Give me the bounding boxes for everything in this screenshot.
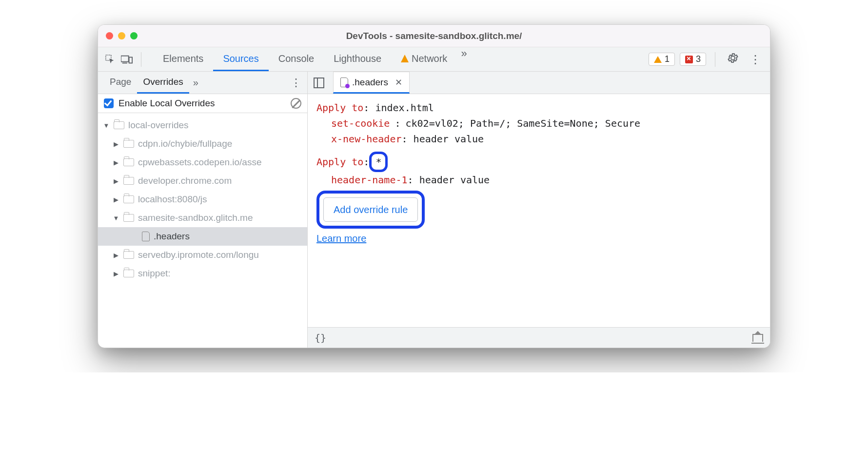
errors-badge[interactable]: 3 (680, 53, 706, 66)
tree-root-label: local-overrides (128, 120, 189, 131)
editor-footer: {} (308, 327, 770, 348)
tree-item[interactable]: ▶cpwebassets.codepen.io/asse (98, 153, 307, 172)
tree-item-label: servedby.ipromote.com/longu (138, 250, 259, 260)
folder-icon (123, 251, 134, 259)
inspect-icon[interactable] (104, 53, 117, 66)
caret-right-icon: ▶ (113, 270, 119, 277)
editor-pane: Apply to: index.html set-cookie : ck02=v… (308, 94, 770, 348)
caret-down-icon: ▼ (113, 214, 119, 222)
tab-console[interactable]: Console (269, 47, 324, 71)
caret-right-icon: ▶ (113, 177, 119, 185)
caret-right-icon: ▶ (113, 252, 119, 259)
header-name[interactable]: set-cookie (331, 116, 390, 131)
header-value[interactable]: header value (414, 131, 484, 147)
zoom-window-button[interactable] (130, 32, 138, 39)
show-drawer-icon[interactable] (752, 334, 763, 342)
error-count: 3 (696, 54, 701, 64)
folder-icon (123, 177, 134, 185)
footer-braces[interactable]: {} (315, 332, 326, 344)
navigator-tab-page[interactable]: Page (104, 72, 137, 94)
folder-icon (123, 140, 134, 148)
toggle-navigator-icon[interactable] (314, 78, 324, 88)
file-tab-label: .headers (352, 77, 388, 88)
tab-elements[interactable]: Elements (153, 47, 213, 71)
enable-overrides-label: Enable Local Overrides (118, 98, 215, 109)
tree-item[interactable]: ▶snippet: (98, 264, 307, 283)
tree-item-label: cdpn.io/chybie/fullpage (138, 138, 232, 149)
header-row: x-new-header: header value (316, 131, 761, 147)
tree-item-label: localhost:8080/js (138, 194, 207, 205)
enable-overrides-row[interactable]: Enable Local Overrides (98, 94, 307, 113)
window-title: DevTools - samesite-sandbox.glitch.me/ (98, 31, 770, 41)
header-name[interactable]: header-name-1 (331, 172, 408, 188)
folder-icon (123, 158, 134, 166)
content-area: Enable Local Overrides ▼ local-overrides… (98, 94, 770, 348)
folder-icon (123, 214, 134, 222)
apply-to-row: Apply to: index.html (316, 100, 761, 116)
apply-to-target[interactable]: * (375, 154, 381, 170)
caret-down-icon: ▼ (103, 122, 110, 129)
close-window-button[interactable] (106, 32, 113, 39)
highlight-add-button: Add override rule (316, 191, 425, 229)
apply-to-keyword: Apply to (316, 100, 363, 116)
editor-body[interactable]: Apply to: index.html set-cookie : ck02=v… (308, 94, 770, 327)
warnings-badge[interactable]: 1 (649, 53, 675, 66)
highlight-wildcard: * (369, 152, 388, 172)
settings-icon[interactable] (724, 52, 742, 67)
devtools-window: DevTools - samesite-sandbox.glitch.me/ E… (98, 24, 770, 348)
file-icon (142, 232, 150, 241)
tree-file-selected[interactable]: .headers (98, 227, 307, 246)
tree-item[interactable]: ▶localhost:8080/js (98, 190, 307, 209)
header-name[interactable]: x-new-header (331, 131, 402, 147)
tree-root[interactable]: ▼ local-overrides (98, 116, 307, 135)
tab-network[interactable]: Network (391, 47, 457, 71)
header-value[interactable]: header value (419, 172, 490, 188)
window-titlebar: DevTools - samesite-sandbox.glitch.me/ (98, 25, 770, 47)
warning-count: 1 (665, 54, 670, 64)
navigator-tab-overrides[interactable]: Overrides (137, 72, 189, 94)
folder-icon (123, 270, 134, 277)
tree-item[interactable]: ▶servedby.ipromote.com/longu (98, 246, 307, 264)
navigator-options-icon[interactable]: ⋮ (291, 77, 301, 89)
file-tree: ▼ local-overrides ▶cdpn.io/chybie/fullpa… (98, 113, 307, 348)
add-override-rule-button[interactable]: Add override rule (323, 197, 418, 222)
file-tab-headers[interactable]: .headers ✕ (333, 72, 410, 94)
tree-item[interactable]: ▼samesite-sandbox.glitch.me (98, 209, 307, 227)
tree-item[interactable]: ▶cdpn.io/chybie/fullpage (98, 135, 307, 153)
folder-icon (123, 195, 134, 203)
clear-overrides-icon[interactable] (291, 98, 301, 109)
learn-more-link[interactable]: Learn more (316, 233, 366, 244)
tree-item-label: samesite-sandbox.glitch.me (138, 213, 253, 223)
navigator-tabs: Page Overrides » ⋮ (98, 72, 308, 94)
traffic-lights (106, 32, 138, 39)
editor-tabs-bar: .headers ✕ (308, 72, 770, 94)
error-icon (685, 56, 693, 63)
tab-sources[interactable]: Sources (213, 47, 268, 71)
svg-rect-3 (129, 57, 132, 63)
caret-right-icon: ▶ (113, 159, 119, 166)
close-tab-icon[interactable]: ✕ (395, 77, 402, 88)
apply-to-row: Apply to: * (316, 152, 761, 172)
tree-item-label: cpwebassets.codepen.io/asse (138, 157, 262, 168)
tree-item-label: developer.chrome.com (138, 175, 232, 186)
device-toggle-icon[interactable] (120, 53, 133, 66)
tree-item-label: snippet: (138, 268, 171, 279)
navigator-more-tabs-icon[interactable]: » (189, 77, 202, 88)
header-value[interactable]: ck02=vl02; Path=/; SameSite=None; Secure (405, 116, 640, 131)
tree-item[interactable]: ▶developer.chrome.com (98, 172, 307, 190)
panel-tabs: Elements Sources Console Lighthouse Netw… (153, 47, 471, 71)
tab-lighthouse[interactable]: Lighthouse (324, 47, 391, 71)
more-tabs-icon[interactable]: » (457, 47, 471, 71)
caret-right-icon: ▶ (113, 196, 119, 203)
warning-icon (654, 56, 662, 63)
minimize-window-button[interactable] (118, 32, 125, 39)
apply-to-target[interactable]: index.html (375, 100, 434, 116)
tree-file-label: .headers (154, 231, 190, 242)
navigator-sidebar: Enable Local Overrides ▼ local-overrides… (98, 94, 308, 348)
more-options-icon[interactable]: ⋮ (747, 53, 764, 66)
enable-overrides-checkbox[interactable] (104, 98, 114, 108)
main-toolbar: Elements Sources Console Lighthouse Netw… (98, 47, 770, 72)
header-row: header-name-1: header value (316, 172, 761, 188)
apply-to-keyword: Apply to (316, 154, 363, 170)
sub-toolbar: Page Overrides » ⋮ .headers ✕ (98, 72, 770, 94)
